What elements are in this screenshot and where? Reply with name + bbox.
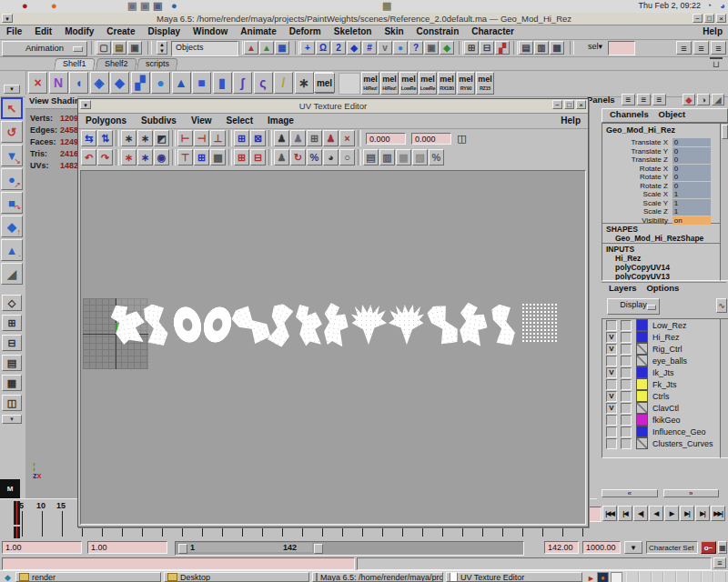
layer-color-swatch[interactable] [636,378,648,390]
uv-toolbar-icon[interactable] [116,149,119,166]
layer-visibility-checkbox[interactable] [606,426,617,437]
maximize-button[interactable]: □ [564,100,574,109]
snap-icon[interactable]: + [300,41,315,55]
shelf-tool-icon[interactable]: ▮ [213,72,232,94]
channel-object-name[interactable]: Geo_Mod_Hi_Rez [602,124,720,136]
layer-playback-checkbox[interactable] [621,367,632,378]
uv-toolbar-icon[interactable]: ◩ [154,130,169,146]
shelf-menu-button[interactable]: ▼ [4,85,20,94]
playback-button[interactable]: |◀ [618,506,632,521]
layer-playback-checkbox[interactable] [621,426,632,437]
snap-icon[interactable]: ◆ [347,41,361,55]
layer-visibility-checkbox[interactable]: V [606,332,617,343]
desktop-icon[interactable]: ▣ [127,0,136,12]
channel-value[interactable]: on [672,216,711,225]
uv-toolbar-icon[interactable]: ▩ [210,149,226,166]
uv-editor-titlebar[interactable]: ▾ UV Texture Editor − □ × [78,99,588,114]
uv-shell[interactable] [455,302,490,347]
range-options-dropdown[interactable]: ▼ [624,541,642,554]
shelf-tab[interactable]: scripts [136,58,178,70]
shape-name[interactable]: Geo_Mod_Hi_RezShape [602,234,720,243]
snap-icon[interactable]: ▣ [424,41,439,55]
menu-item[interactable]: Character [465,25,521,36]
desktop-icon[interactable]: ● [171,0,177,12]
menu-help[interactable]: Help [703,26,723,36]
uv-toolbar-icon[interactable]: ⊞ [234,149,249,166]
uv-toolbar-icon[interactable]: ↷ [97,149,113,166]
uv-toolbar-icon[interactable] [228,149,232,166]
uv-toolbar-icon[interactable]: ▦ [396,149,411,166]
uv-shell[interactable] [425,302,461,347]
range-end-handle[interactable] [314,544,323,554]
render-icon[interactable]: ⊞ [464,41,479,55]
layer-row[interactable]: V Ik_Jts [602,366,720,378]
uv-toolbar-icon[interactable] [268,130,272,146]
time-slider-ticks[interactable] [0,526,584,539]
layer-visibility-checkbox[interactable] [606,415,617,426]
layer-panel-icon[interactable]: ∿ [716,298,727,313]
uv-toolbar-icon[interactable]: ⊠ [250,130,266,146]
uv-toolbar-icon[interactable]: ⊣ [194,130,209,146]
ui-visibility-toggle-icon[interactable]: ≡ [711,41,726,55]
uv-toolbar-icon[interactable] [358,149,361,166]
set-key-button[interactable]: o− [701,541,716,554]
menu-set-dropdown[interactable]: Animation [2,41,87,56]
ui-visibility-toggle-icon[interactable]: ≡ [676,41,692,55]
menu-item[interactable]: Create [100,25,141,36]
pane-layout-button[interactable]: ◇ [2,295,22,311]
shelf-tool-icon[interactable]: ● [151,72,170,94]
menu-item[interactable]: Deform [283,25,328,36]
taskbar-item[interactable]: render [15,572,161,582]
shelf-tool-icon[interactable]: ▲ [172,72,191,94]
input-node[interactable]: polyCopyUV13 [602,272,720,281]
close-button[interactable]: × [716,14,726,23]
desktop-icon[interactable]: ● [51,0,57,12]
menu-item[interactable]: Image [260,114,301,125]
command-input[interactable] [2,557,355,570]
menu-help[interactable]: Help [561,115,581,125]
uv-shell[interactable] [521,303,558,343]
current-time-field[interactable] [588,507,602,522]
uv-toolbar-icon[interactable]: ∗ [137,149,153,166]
options-menu[interactable]: Options [646,283,679,293]
desktop-icon[interactable]: ▣ [140,0,149,12]
layer-color-swatch[interactable] [636,426,648,437]
uv-toolbar-icon[interactable]: ◕ [323,149,339,166]
layer-name[interactable]: Influence_Geo [652,427,706,436]
uv-toolbar-icon[interactable] [268,149,272,166]
uv-toolbar-icon[interactable]: % [429,149,444,166]
layer-name[interactable]: ClavCtl [652,404,679,413]
uv-shell[interactable] [389,305,425,345]
playback-button[interactable]: ▶▶| [711,506,725,521]
animation-end-field[interactable]: 1000.00 [582,541,621,554]
layer-row[interactable]: Clusters_Curves [602,437,720,449]
uv-toolbar-icon[interactable]: ◉ [154,149,169,166]
desktop-icon[interactable]: ▦ [382,0,391,12]
layer-color-swatch[interactable] [636,319,648,331]
uv-toolbar-icon[interactable]: ∗ [121,149,136,166]
layer-playback-checkbox[interactable] [621,332,632,343]
layer-color-swatch[interactable] [636,331,648,343]
shelf-tool-icon[interactable]: ◖ [69,72,88,94]
taskbar-item[interactable]: Maya 6.5: /home/render/maya/projects, [312,572,443,582]
mel-script-button[interactable]: mel RX180 [438,72,456,95]
perspective-viewport[interactable]: View Shading Verts:1209 Edges:2458 Faces… [25,95,77,498]
tool-button[interactable]: ● ↗ [1,168,23,190]
playback-end-field[interactable]: 142.00 [544,541,579,554]
close-button[interactable]: × [576,100,586,109]
tool-button[interactable]: ■ ↷ [1,192,23,214]
scroll-right-button[interactable]: » [663,489,720,497]
snap-icon[interactable]: # [362,41,377,55]
shelf-tool-icon[interactable]: × [28,72,47,94]
render-icon[interactable]: ▞ [495,41,510,55]
uv-toolbar-icon[interactable]: ⊞ [234,130,249,146]
uv-toolbar-icon[interactable]: ⊞ [307,130,322,146]
uv-toolbar-icon[interactable]: ↶ [81,149,96,166]
layer-visibility-checkbox[interactable] [606,356,617,366]
layer-name[interactable]: Low_Rez [652,321,687,330]
panel-corner-icon[interactable]: ◆ [682,94,695,105]
file-icon[interactable]: ▣ [127,41,142,55]
layer-row[interactable]: eye_balls [602,355,720,366]
uv-canvas[interactable] [80,170,586,525]
uv-toolbar-icon[interactable]: ♟ [274,130,289,146]
